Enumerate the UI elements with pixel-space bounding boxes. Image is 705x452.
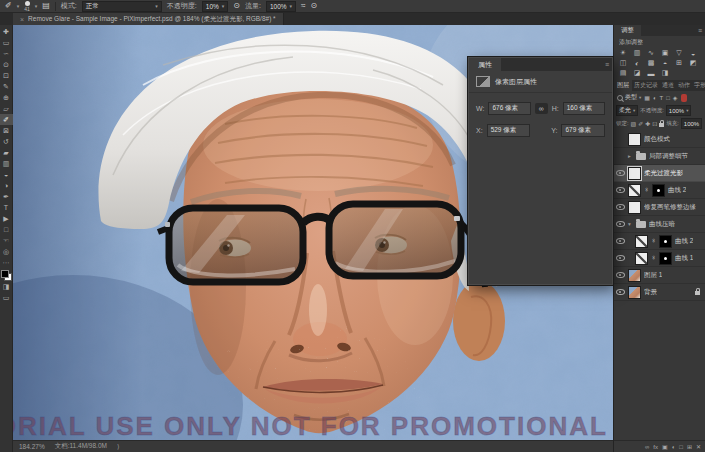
layer-thumbnail[interactable] — [628, 269, 641, 282]
eraser-tool[interactable]: ▰ — [0, 147, 13, 158]
height-field[interactable]: 160 像素 — [563, 102, 605, 115]
filter-pixel-layers-icon[interactable]: ▦ — [644, 94, 650, 101]
tab-actions[interactable]: 动作 — [676, 80, 692, 91]
add-layer-mask-icon[interactable]: ▣ — [662, 443, 668, 450]
tab-adjustments[interactable]: 调整 — [614, 25, 641, 36]
visibility-toggle[interactable] — [616, 221, 625, 227]
layer-thumbnail[interactable] — [628, 201, 641, 214]
hand-tool[interactable]: ☜ — [0, 235, 13, 246]
filter-type-dropdown[interactable]: 类型 — [625, 93, 637, 102]
y-field[interactable]: 679 像素 — [561, 124, 605, 137]
visibility-toggle[interactable] — [616, 170, 625, 176]
zoom-level-field[interactable]: 184.27% — [19, 443, 45, 450]
adjustment-thumbnail[interactable] — [628, 184, 641, 197]
hue-saturation-icon[interactable]: ◒ — [686, 48, 700, 58]
delete-layer-icon[interactable]: ✕ — [696, 443, 701, 450]
tab-channels[interactable]: 通道 — [660, 80, 676, 91]
threshold-icon[interactable]: ◪ — [630, 68, 644, 78]
layer-row[interactable]: 颜色模式 — [614, 131, 705, 148]
eyedropper-tool[interactable]: ✎ — [0, 81, 13, 92]
flow-dropdown[interactable]: 100% ▾ — [266, 1, 296, 12]
panel-menu-icon[interactable]: ≡ — [605, 58, 612, 71]
photo-filter-icon[interactable]: ▩ — [644, 58, 658, 68]
layer-row[interactable]: 柔光过渡光影 — [614, 165, 705, 182]
link-layers-icon[interactable]: ∞ — [645, 444, 649, 450]
posterize-icon[interactable]: ▤ — [616, 68, 630, 78]
brush-tool-icon[interactable]: ✐ — [5, 2, 12, 10]
pressure-opacity-icon[interactable]: ⊙ — [233, 2, 240, 10]
lock-artboard-icon[interactable]: ⊡ — [652, 120, 657, 127]
close-icon[interactable]: × — [20, 16, 24, 23]
crop-tool[interactable]: ⊡ — [0, 70, 13, 81]
layer-style-icon[interactable]: fx — [653, 444, 658, 450]
move-tool[interactable]: ✚ — [0, 26, 13, 37]
new-adjustment-layer-icon[interactable]: ◐ — [672, 444, 676, 450]
tab-layers[interactable]: 图层 — [614, 80, 632, 91]
tab-history[interactable]: 历史记录 — [632, 80, 660, 91]
type-tool[interactable]: T — [0, 202, 13, 213]
tab-properties[interactable]: 属性 — [469, 58, 501, 71]
layer-opacity-select[interactable]: 100% ▾ — [666, 105, 692, 116]
color-lookup-icon[interactable]: ⊞ — [672, 58, 686, 68]
mask-thumbnail[interactable] — [659, 235, 672, 248]
patch-tool[interactable]: ▱ — [0, 103, 13, 114]
layer-thumbnail[interactable] — [628, 286, 641, 299]
x-field[interactable]: 529 像素 — [487, 124, 531, 137]
pen-tool[interactable]: ✒ — [0, 191, 13, 202]
document-tab[interactable]: × Remove Glare - Sample Image - PiXimper… — [13, 13, 284, 25]
pressure-size-icon[interactable]: ⊙ — [310, 2, 317, 10]
gradient-map-icon[interactable]: ▬ — [644, 68, 658, 78]
selective-color-icon[interactable]: ◨ — [658, 68, 672, 78]
blur-tool[interactable]: ◒ — [0, 169, 13, 180]
filter-type-layers-icon[interactable]: T — [660, 95, 664, 101]
chevron-right-icon[interactable]: ▸ — [628, 153, 633, 159]
chevron-down-icon[interactable]: ▾ — [628, 221, 633, 227]
visibility-toggle[interactable] — [616, 238, 625, 244]
layer-row[interactable]: 图层 1 — [614, 267, 705, 284]
opacity-dropdown[interactable]: 10% ▾ — [202, 1, 229, 12]
layer-blend-mode-select[interactable]: 柔光 ▾ — [616, 105, 638, 116]
mask-thumbnail[interactable] — [652, 184, 665, 197]
width-field[interactable]: 676 像素 — [488, 102, 530, 115]
new-layer-icon[interactable]: ⊞ — [687, 443, 692, 450]
layer-row[interactable]: ∞ 曲线 2 — [614, 233, 705, 250]
layer-row[interactable]: 背景 — [614, 284, 705, 301]
adjustment-thumbnail[interactable] — [635, 235, 648, 248]
layer-thumbnail[interactable] — [628, 167, 641, 180]
layer-row[interactable]: 修复画笔修整边缘 — [614, 199, 705, 216]
screen-mode-button[interactable]: ▭ — [0, 292, 13, 303]
dodge-tool[interactable]: ◑ — [0, 180, 13, 191]
visibility-toggle[interactable] — [616, 289, 625, 295]
tool-preset-caret-icon[interactable]: ▾ — [17, 3, 20, 9]
edit-toolbar-button[interactable]: ⋯ — [0, 257, 13, 268]
mask-thumbnail[interactable] — [659, 252, 672, 265]
visibility-toggle[interactable] — [616, 187, 625, 193]
link-dimensions-icon[interactable]: ∞ — [535, 103, 548, 114]
path-selection-tool[interactable]: ▶ — [0, 213, 13, 224]
quick-selection-tool[interactable]: ⊙ — [0, 59, 13, 70]
layer-row[interactable]: ∞ 曲线 2 — [614, 182, 705, 199]
lock-image-pixels-icon[interactable]: ✐ — [638, 120, 643, 127]
visibility-toggle[interactable] — [616, 204, 625, 210]
filter-adjustment-layers-icon[interactable]: ◐ — [653, 95, 657, 101]
levels-icon[interactable]: ▥ — [630, 48, 644, 58]
brightness-contrast-icon[interactable]: ☀ — [616, 48, 630, 58]
exposure-icon[interactable]: ▣ — [658, 48, 672, 58]
status-expand-icon[interactable]: ⟩ — [117, 443, 120, 451]
clone-stamp-tool[interactable]: ⊠ — [0, 125, 13, 136]
zoom-tool[interactable]: ◎ — [0, 246, 13, 257]
marquee-tool[interactable]: ▭ — [0, 37, 13, 48]
blend-mode-dropdown[interactable]: 正常 ▾ — [82, 1, 162, 12]
new-group-icon[interactable]: □ — [679, 444, 683, 450]
visibility-toggle[interactable] — [616, 255, 625, 261]
history-brush-tool[interactable]: ↺ — [0, 136, 13, 147]
channel-mixer-icon[interactable]: ◓ — [658, 58, 672, 68]
brush-tool[interactable]: ✐ — [0, 114, 13, 125]
filter-toggle[interactable] — [681, 94, 687, 102]
curves-icon[interactable]: ∿ — [644, 48, 658, 58]
invert-icon[interactable]: ◩ — [686, 58, 700, 68]
brush-settings-panel-icon[interactable]: ▤ — [42, 2, 50, 10]
lock-position-icon[interactable]: ✚ — [645, 120, 650, 127]
lasso-tool[interactable]: ∽ — [0, 48, 13, 59]
visibility-toggle[interactable] — [616, 272, 625, 278]
